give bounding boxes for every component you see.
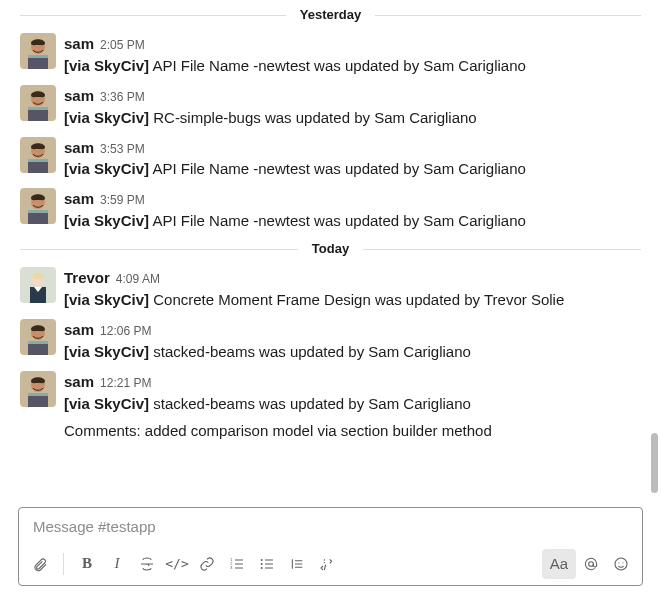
avatar[interactable]	[20, 319, 56, 355]
date-divider-label: Today	[298, 240, 363, 259]
avatar[interactable]	[20, 85, 56, 121]
date-divider: Yesterday	[20, 6, 641, 25]
bold-button[interactable]: B	[72, 549, 102, 579]
scrollbar-thumb[interactable]	[651, 433, 658, 493]
composer-toolbar: B I </> 123 Aa	[19, 545, 642, 585]
svg-point-32	[261, 567, 263, 569]
message-text: [via SkyCiv] API File Name -newtest was …	[64, 55, 641, 77]
message-extra: Comments: added comparison model via sec…	[64, 420, 641, 442]
date-divider: Today	[20, 240, 641, 259]
svg-text:3: 3	[230, 565, 233, 570]
date-divider-label: Yesterday	[286, 6, 375, 25]
svg-point-36	[622, 562, 623, 563]
message: sam3:59 PM[via SkyCiv] API File Name -ne…	[20, 182, 641, 234]
avatar[interactable]	[20, 137, 56, 173]
message-input[interactable]	[19, 508, 642, 545]
message-text: [via SkyCiv] Concrete Moment Frame Desig…	[64, 289, 641, 311]
svg-point-35	[618, 562, 619, 563]
svg-point-30	[261, 559, 263, 561]
svg-rect-3	[28, 55, 48, 58]
message: sam2:05 PM[via SkyCiv] API File Name -ne…	[20, 27, 641, 79]
composer: B I </> 123 Aa	[18, 507, 643, 586]
avatar[interactable]	[20, 33, 56, 69]
svg-rect-7	[28, 107, 48, 110]
message: sam12:21 PM[via SkyCiv] stacked-beams wa…	[20, 365, 641, 445]
message: sam12:06 PM[via SkyCiv] stacked-beams wa…	[20, 313, 641, 365]
ordered-list-button[interactable]: 123	[222, 549, 252, 579]
mention-icon[interactable]	[576, 549, 606, 579]
svg-rect-22	[28, 341, 48, 344]
message-time: 2:05 PM	[100, 37, 145, 55]
svg-point-31	[261, 563, 263, 565]
avatar[interactable]	[20, 371, 56, 407]
message-text: [via SkyCiv] stacked-beams was updated b…	[64, 393, 641, 415]
message-time: 3:36 PM	[100, 89, 145, 107]
svg-point-34	[615, 558, 627, 570]
code-block-button[interactable]	[312, 549, 342, 579]
svg-rect-26	[28, 393, 48, 396]
avatar[interactable]	[20, 188, 56, 224]
message-author[interactable]: sam	[64, 33, 94, 55]
message-author[interactable]: Trevor	[64, 267, 110, 289]
svg-rect-11	[28, 159, 48, 162]
svg-point-33	[589, 562, 594, 567]
message-author[interactable]: sam	[64, 137, 94, 159]
message: sam3:53 PM[via SkyCiv] API File Name -ne…	[20, 131, 641, 183]
italic-button[interactable]: I	[102, 549, 132, 579]
code-button[interactable]: </>	[162, 549, 192, 579]
message-author[interactable]: sam	[64, 319, 94, 341]
message-author[interactable]: sam	[64, 85, 94, 107]
message: Trevor4:09 AM[via SkyCiv] Concrete Momen…	[20, 261, 641, 313]
emoji-icon[interactable]	[606, 549, 636, 579]
message-time: 3:53 PM	[100, 141, 145, 159]
svg-rect-15	[28, 210, 48, 213]
message-time: 12:21 PM	[100, 375, 151, 393]
message-text: [via SkyCiv] RC-simple-bugs was updated …	[64, 107, 641, 129]
message-text: [via SkyCiv] stacked-beams was updated b…	[64, 341, 641, 363]
message-text: [via SkyCiv] API File Name -newtest was …	[64, 210, 641, 232]
formatting-toggle[interactable]: Aa	[542, 549, 576, 579]
message-author[interactable]: sam	[64, 188, 94, 210]
bullet-list-button[interactable]	[252, 549, 282, 579]
message-time: 3:59 PM	[100, 192, 145, 210]
message-author[interactable]: sam	[64, 371, 94, 393]
message: sam3:36 PM[via SkyCiv] RC-simple-bugs wa…	[20, 79, 641, 131]
quote-button[interactable]	[282, 549, 312, 579]
message-text: [via SkyCiv] API File Name -newtest was …	[64, 158, 641, 180]
attach-icon[interactable]	[25, 549, 55, 579]
message-time: 4:09 AM	[116, 271, 160, 289]
message-time: 12:06 PM	[100, 323, 151, 341]
avatar[interactable]	[20, 267, 56, 303]
link-button[interactable]	[192, 549, 222, 579]
strike-button[interactable]	[132, 549, 162, 579]
